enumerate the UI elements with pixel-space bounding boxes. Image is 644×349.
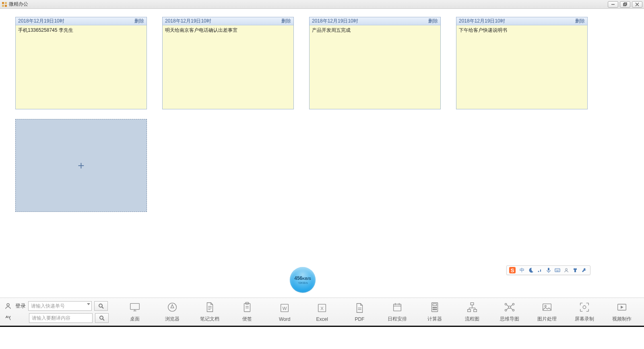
notes-grid: 2018年12月19日10时 删除 手机13365258745 李先生 2018… [0,9,644,212]
tool-browser[interactable]: 浏览器 [153,301,191,322]
note-body[interactable]: 手机13365258745 李先生 [16,25,147,109]
note-delete-link[interactable]: 删除 [134,18,144,25]
express-search-button[interactable] [94,301,108,311]
left-controls: 登录 [3,301,109,323]
note-delete-link[interactable]: 删除 [281,18,291,25]
sticky-note[interactable]: 2018年12月19日10时 删除 明天给南京客户电话确认出差事宜 [162,17,294,109]
crop-icon [578,301,590,313]
tool-label: 笔记文档 [200,316,219,322]
svg-rect-6 [624,2,627,5]
note-body[interactable]: 产品开发周五完成 [310,25,440,109]
svg-line-71 [506,308,508,310]
sticky-note[interactable]: 2018年12月19日10时 删除 下午给客户快递说明书 [456,17,588,109]
sticky-note[interactable]: 2018年12月19日10时 删除 手机13365258745 李先生 [15,17,147,109]
microphone-icon[interactable] [545,267,552,274]
tool-word[interactable]: W Word [266,301,303,322]
close-button[interactable] [632,1,642,8]
maximize-button[interactable] [620,1,630,8]
sogou-logo-icon[interactable]: S [508,266,516,274]
keyboard-icon[interactable] [554,267,561,274]
svg-point-55 [436,309,436,310]
user-icon [3,302,13,310]
minimize-button[interactable] [608,1,618,8]
svg-point-24 [100,316,103,319]
svg-point-53 [433,309,433,310]
clipboard-icon [241,301,253,313]
svg-rect-19 [556,271,559,271]
network-speed-widget[interactable]: 456KB/S ↑0KB/s [290,267,316,293]
note-header: 2018年12月19日10时 删除 [310,17,440,25]
tool-label: 浏览器 [165,316,180,322]
note-delete-link[interactable]: 删除 [575,18,585,25]
flowchart-icon [466,301,478,313]
app-icon [2,2,7,7]
calculator-icon [429,301,441,313]
tool-excel[interactable]: X Excel [303,301,341,322]
translate-icon [3,314,13,322]
tool-screenrec[interactable]: 屏幕录制 [566,301,603,322]
tool-image[interactable]: 图片处理 [528,301,566,322]
svg-line-69 [506,305,508,306]
tool-label: Excel [316,316,328,322]
express-tracking-input[interactable] [28,301,92,311]
tool-sticky[interactable]: 便签 [228,301,266,322]
tool-notes-doc[interactable]: 笔记文档 [191,301,228,322]
svg-point-75 [583,306,586,309]
tool-pdf[interactable]: PDF [341,301,378,322]
svg-point-66 [512,303,514,305]
mindmap-icon [504,301,516,313]
svg-point-65 [505,303,506,305]
wrench-icon[interactable] [580,267,588,274]
svg-line-70 [510,305,512,306]
tool-flowchart[interactable]: 流程图 [453,301,491,322]
translate-search-button[interactable] [95,313,109,323]
svg-rect-56 [471,303,474,305]
tool-video[interactable]: 视频制作 [603,301,641,322]
svg-rect-73 [543,304,551,311]
tool-desktop[interactable]: 桌面 [116,301,153,322]
add-note-button[interactable]: + [15,119,147,212]
svg-line-25 [103,319,104,320]
svg-rect-13 [548,268,549,271]
svg-text:X: X [321,306,324,310]
svg-rect-57 [468,310,471,312]
tool-calendar[interactable]: 日程安排 [378,301,416,322]
svg-marker-77 [621,306,624,309]
translate-input[interactable] [29,313,93,323]
svg-line-72 [510,308,512,310]
tool-strip: 桌面 浏览器 笔记文档 便签 W Word X Excel PDF 日程安排 [116,301,641,322]
user-icon[interactable] [563,267,570,274]
punctuation-icon[interactable] [536,267,543,274]
svg-rect-58 [474,310,477,312]
note-date: 2018年12月19日10时 [165,18,281,25]
svg-rect-34 [244,304,250,312]
image-icon [541,301,553,313]
svg-point-54 [434,309,435,310]
moon-icon[interactable] [527,267,535,274]
svg-line-23 [102,307,103,308]
monitor-icon [129,301,141,313]
note-date: 2018年12月19日10时 [459,18,575,25]
tool-label: 思维导图 [500,316,519,322]
compass-icon [166,301,178,313]
svg-rect-12 [540,269,541,272]
svg-rect-3 [5,5,7,7]
tool-mindmap[interactable]: 思维导图 [491,301,528,322]
sticky-note[interactable]: 2018年12月19日10时 删除 产品开发周五完成 [309,17,441,109]
note-delete-link[interactable]: 删除 [428,18,438,25]
note-header: 2018年12月19日10时 删除 [16,17,147,25]
ime-language-toggle[interactable]: 中 [518,267,526,274]
note-header: 2018年12月19日10时 删除 [456,17,587,25]
ime-toolbar[interactable]: S 中 [506,265,590,275]
svg-point-64 [508,306,511,308]
login-link[interactable]: 登录 [15,302,26,310]
note-body[interactable]: 明天给南京客户电话确认出差事宜 [163,25,293,109]
tool-calculator[interactable]: 计算器 [416,301,453,322]
bottom-toolbar: 登录 桌面 [0,298,644,326]
svg-point-20 [566,269,568,271]
svg-text:S: S [511,267,514,273]
calendar-icon [391,301,403,313]
note-date: 2018年12月19日10时 [312,18,428,25]
note-body[interactable]: 下午给客户快递说明书 [456,25,587,109]
skin-icon[interactable] [572,267,579,274]
